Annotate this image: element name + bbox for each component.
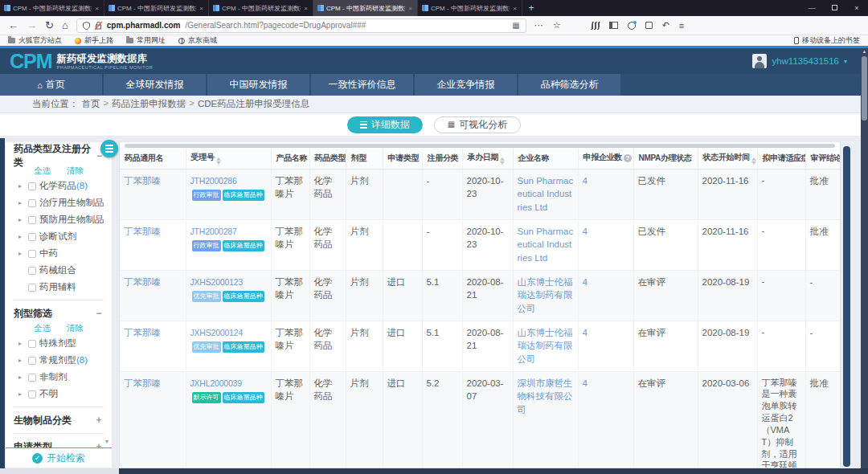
filter-item[interactable]: ▸中药	[6, 245, 112, 262]
filter-item[interactable]: ▸诊断试剂	[6, 228, 112, 245]
bookmark-item[interactable]: 新手上路	[75, 35, 113, 46]
menu-icon[interactable]: ≡	[679, 21, 684, 31]
nav-item-1[interactable]: ⌂首页	[0, 74, 102, 96]
nav-item-6[interactable]: 品种筛选分析	[518, 74, 620, 96]
filter-item[interactable]: 药械组合	[6, 262, 112, 279]
expand-arrow-icon[interactable]: ▸	[18, 357, 25, 364]
page-scrollbar-thumb[interactable]	[862, 56, 867, 121]
select-all-link[interactable]: 全选	[34, 323, 51, 334]
expand-icon[interactable]: +	[94, 415, 104, 426]
window-minimize-button[interactable]: —	[800, 0, 823, 16]
tab-close-icon[interactable]: ×	[512, 5, 518, 12]
scroll-up-icon[interactable]: ▲	[862, 49, 867, 54]
drug-name-link[interactable]: 丁苯那嗪	[124, 378, 161, 388]
window-maximize-button[interactable]	[823, 0, 845, 16]
expand-arrow-icon[interactable]: ▸	[18, 390, 25, 398]
library-icon[interactable]	[591, 22, 600, 30]
expand-arrow-icon[interactable]: ▸	[18, 216, 25, 223]
applicant-count-link[interactable]: 4	[583, 277, 588, 287]
new-tab-button[interactable]: +	[522, 0, 540, 16]
receipt-no-link[interactable]: JXHL2000039	[190, 378, 242, 388]
drug-name-link[interactable]: 丁苯那嗪	[124, 227, 161, 236]
breadcrumb-item[interactable]: 首页	[82, 98, 100, 110]
filter-item[interactable]: ▸治疗用生物制品	[6, 194, 112, 211]
bookmark-item[interactable]: 火狐官方站点	[8, 35, 62, 46]
reload-icon[interactable]: ↻	[45, 20, 54, 31]
filter-checkbox[interactable]	[28, 233, 36, 241]
company-link[interactable]: Sun Pharmaceutical Industries Ltd	[518, 227, 574, 263]
forward-icon[interactable]: →	[27, 20, 37, 31]
clear-link[interactable]: 清除	[67, 165, 84, 177]
user-menu[interactable]: yhw1135431516 ▾	[752, 54, 847, 68]
table-top-scrollbar[interactable]	[125, 144, 835, 148]
table-vertical-scrollbar[interactable]	[843, 146, 850, 467]
filter-checkbox[interactable]	[28, 199, 36, 207]
tab-close-icon[interactable]: ×	[407, 5, 413, 12]
home-icon[interactable]: ⌂	[62, 20, 68, 31]
sidebar-toggle-icon[interactable]	[609, 22, 618, 29]
filter-checkbox[interactable]	[28, 374, 36, 382]
expand-arrow-icon[interactable]: ▸	[18, 340, 25, 347]
bookmark-mobile[interactable]: 移动设备上的书签	[794, 35, 860, 46]
horizontal-scrollbar-thumb[interactable]	[119, 468, 868, 474]
nav-item-2[interactable]: 全球研发情报	[104, 74, 206, 96]
browser-tab[interactable]: CPM - 中国新药研发监测数据库×	[0, 0, 104, 16]
back-icon[interactable]: ←	[8, 20, 18, 31]
expand-arrow-icon[interactable]: ▸	[18, 250, 25, 257]
filter-item[interactable]: ▸化学药品(8)	[6, 178, 112, 194]
company-link[interactable]: 深圳市康哲生物科技有限公司	[518, 378, 573, 415]
start-search-button[interactable]: ✓ 开始检索	[6, 447, 112, 468]
collapse-icon[interactable]: −	[94, 308, 104, 319]
tab-close-icon[interactable]: ×	[94, 5, 100, 12]
applicant-count-link[interactable]: 4	[583, 176, 588, 186]
filter-item[interactable]: ▸常规剂型(8)	[6, 352, 112, 369]
filter-checkbox[interactable]	[28, 390, 36, 398]
shield-icon[interactable]	[83, 22, 90, 30]
filter-checkbox[interactable]	[28, 250, 36, 258]
receipt-no-link[interactable]: JTH2000287	[190, 227, 237, 236]
filter-checkbox[interactable]	[28, 340, 36, 348]
screenshot-icon[interactable]	[645, 22, 653, 29]
drug-name-link[interactable]: 丁苯那嗪	[124, 328, 161, 337]
expand-arrow-icon[interactable]: ▸	[18, 182, 25, 190]
expand-arrow-icon[interactable]: ▸	[18, 374, 25, 381]
applicant-count-link[interactable]: 4	[583, 227, 588, 236]
insecure-lock-icon[interactable]	[95, 22, 102, 30]
sort-icon[interactable]	[751, 157, 756, 165]
applicant-count-link[interactable]: 4	[583, 378, 588, 388]
company-link[interactable]: 山东博士伦福瑞达制药有限公司	[518, 277, 573, 313]
bookmark-item[interactable]: 常用网址	[126, 35, 166, 46]
more-icon[interactable]: ⋯	[534, 20, 543, 31]
detail-data-button[interactable]: 详细数据	[347, 116, 423, 133]
expand-arrow-icon[interactable]: ▸	[18, 233, 25, 240]
browser-tab[interactable]: CPM - 中国新药研发监测数据库×	[418, 0, 522, 16]
filter-item[interactable]: ▸预防用生物制品	[6, 211, 112, 228]
drug-name-link[interactable]: 丁苯那嗪	[124, 176, 161, 186]
filter-checkbox[interactable]	[28, 267, 36, 275]
expand-arrow-icon[interactable]: ▸	[18, 199, 25, 206]
visual-analysis-button[interactable]: ▦ 可视化分析	[434, 116, 521, 133]
page-scrollbar[interactable]: ▲	[861, 48, 868, 468]
browser-tab[interactable]: CPM - 中国新药研发监测数据库×	[209, 0, 313, 16]
url-bar[interactable]: cpm.pharmadl.com/GeneralSearch.html?page…	[76, 18, 526, 33]
help-icon[interactable]	[624, 154, 632, 162]
filter-checkbox[interactable]	[28, 182, 36, 190]
filter-checkbox[interactable]	[28, 357, 36, 365]
breadcrumb-item[interactable]: 药品注册申报数据	[112, 98, 186, 110]
filter-item[interactable]: 药用辅料	[6, 279, 112, 296]
filter-checkbox[interactable]	[28, 284, 36, 292]
filter-item[interactable]: ▸不明	[6, 386, 112, 402]
receipt-no-link[interactable]: JTH2000286	[190, 176, 237, 186]
applicant-count-link[interactable]: 4	[583, 328, 588, 337]
clear-link[interactable]: 清除	[67, 323, 84, 334]
drug-name-link[interactable]: 丁苯那嗪	[124, 277, 161, 287]
filter-item[interactable]: ▸非制剂	[6, 369, 112, 386]
select-all-link[interactable]: 全选	[34, 165, 51, 177]
company-link[interactable]: Sun Pharmaceutical Industries Ltd	[518, 176, 574, 212]
sidebar-collapse-button[interactable]	[100, 140, 118, 157]
filter-item[interactable]: ▸特殊剂型	[6, 335, 112, 352]
bookmark-item[interactable]: 京东商城	[178, 35, 217, 46]
nav-item-4[interactable]: 一致性评价信息	[311, 74, 413, 96]
tab-close-icon[interactable]: ×	[199, 5, 204, 12]
tab-close-icon[interactable]: ×	[303, 5, 309, 12]
